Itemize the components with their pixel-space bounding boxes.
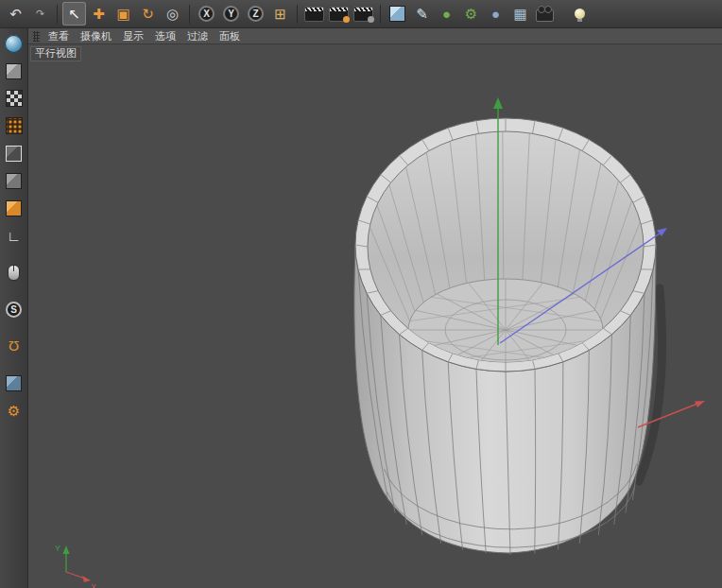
viewport-solo-button[interactable] (2, 260, 26, 285)
lock-x-axis-icon: X (198, 6, 215, 22)
move-tool-icon: ✚ (93, 7, 105, 21)
enable-axis-button[interactable]: ∟ (2, 223, 26, 248)
scale-tool-button[interactable]: ▣ (112, 2, 135, 26)
menu-item-panel[interactable]: 面板 (214, 28, 246, 44)
floor-grid-button[interactable]: ▦ (508, 2, 532, 26)
workplane-button[interactable] (2, 371, 26, 395)
toolbar-separator (297, 5, 298, 24)
pen-spline-icon: ✎ (416, 7, 428, 21)
subdivision-surface-button[interactable]: ● (435, 2, 458, 26)
primitive-cube-icon (389, 6, 405, 22)
world-globe-button[interactable] (2, 31, 26, 56)
polygons-mode-button[interactable] (2, 168, 26, 193)
viewport-menubar-items: 查看摄像机显示选项过滤面板 (43, 28, 246, 44)
cup-wireframe-model (354, 118, 662, 555)
coordinate-system-icon: ⊞ (274, 7, 286, 21)
rotate-tool-button[interactable]: ↻ (136, 2, 160, 26)
menu-item-display[interactable]: 显示 (117, 28, 149, 44)
live-selection-icon: ↖ (68, 7, 80, 21)
generators-icon: ⚙ (465, 7, 477, 21)
viewport-canvas[interactable]: YX (28, 44, 722, 588)
last-used-tool-button[interactable]: ◎ (161, 2, 184, 26)
polygons-mode-icon (6, 173, 22, 189)
world-globe-icon (5, 35, 23, 53)
pen-spline-button[interactable]: ✎ (410, 2, 434, 26)
live-selection-button[interactable]: ↖ (62, 2, 86, 26)
light-icon (575, 9, 585, 19)
metaball-button[interactable]: ● (484, 2, 507, 26)
render-settings-icon (353, 7, 373, 22)
make-editable-icon (6, 63, 22, 79)
enable-axis-icon: ∟ (7, 229, 21, 243)
edges-mode-icon (6, 146, 22, 162)
floor-grid-icon: ▦ (513, 7, 526, 21)
lock-z-axis-icon: Z (248, 6, 264, 22)
redo-button[interactable]: ↷ (28, 2, 52, 26)
viewport-panel: 平行视图 YX (28, 44, 722, 588)
lock-z-axis-button[interactable]: Z (244, 2, 267, 26)
camera-icon (536, 9, 554, 22)
view-mode-label: 平行视图 (30, 46, 81, 61)
points-mode-icon (6, 117, 23, 134)
last-used-tool-icon: ◎ (166, 7, 179, 21)
move-tool-button[interactable]: ✚ (87, 2, 111, 26)
undo-icon: ↶ (9, 7, 22, 21)
snap-icon: S (6, 302, 22, 318)
light-button[interactable] (568, 2, 592, 26)
render-picture-viewer-dot (343, 16, 350, 23)
points-mode-button[interactable] (2, 113, 26, 138)
viewport-solo-icon (8, 265, 20, 281)
make-editable-button[interactable] (2, 59, 26, 83)
generators-button[interactable]: ⚙ (459, 2, 483, 26)
lock-y-axis-button[interactable]: Y (219, 2, 243, 26)
lock-y-axis-icon: Y (223, 6, 239, 22)
render-view-button[interactable] (302, 2, 326, 26)
texture-mode-button[interactable] (2, 86, 26, 111)
render-picture-viewer-button[interactable] (327, 2, 351, 26)
scale-tool-icon: ▣ (116, 7, 129, 21)
workplane-lock-icon: ⚙ (8, 404, 20, 418)
snap-button[interactable]: S (2, 297, 26, 321)
edges-mode-button[interactable] (2, 141, 26, 165)
menu-item-view[interactable]: 查看 (43, 28, 75, 44)
toolbar-separator (57, 5, 58, 24)
object-mode-button[interactable] (2, 196, 26, 220)
camera-button[interactable] (533, 2, 557, 26)
lock-x-axis-button[interactable]: X (195, 2, 218, 26)
undo-button[interactable]: ↶ (4, 2, 27, 26)
metaball-icon: ● (491, 7, 500, 21)
workplane-icon (6, 375, 22, 391)
workplane-lock-button[interactable]: ⚙ (2, 398, 26, 423)
render-picture-viewer-icon (329, 7, 349, 22)
subdivision-surface-icon: ● (442, 7, 451, 21)
render-settings-button[interactable] (352, 2, 375, 26)
toolbar-separator (380, 5, 381, 24)
main-toolbar: ↶↷↖✚▣↻◎XYZ⊞✎●⚙●▦ (0, 0, 722, 28)
gizmo-x-label: X (91, 582, 96, 588)
texture-mode-icon (6, 90, 23, 107)
mode-toolbar: ∟SΩ⚙ (0, 28, 28, 588)
orientation-gizmo: YX (55, 544, 96, 588)
coordinate-system-button[interactable]: ⊞ (268, 2, 292, 26)
object-mode-icon (6, 200, 22, 216)
magnet-snap-icon: Ω (9, 339, 19, 354)
primitive-cube-button[interactable] (386, 2, 409, 26)
gizmo-y-label: Y (55, 544, 60, 553)
menu-item-options[interactable]: 选项 (149, 28, 181, 44)
render-settings-dot (368, 16, 374, 23)
toolbar-separator (189, 5, 190, 24)
viewport-menubar: 查看摄像机显示选项过滤面板 (28, 28, 722, 44)
menu-item-cameras[interactable]: 摄像机 (75, 28, 117, 44)
rotate-tool-icon: ↻ (142, 7, 154, 21)
magnet-snap-button[interactable]: Ω (2, 334, 26, 358)
menubar-grip-icon[interactable] (33, 31, 40, 42)
menu-item-filter[interactable]: 过滤 (181, 28, 214, 44)
render-view-icon (304, 7, 324, 22)
redo-icon: ↷ (36, 9, 44, 19)
